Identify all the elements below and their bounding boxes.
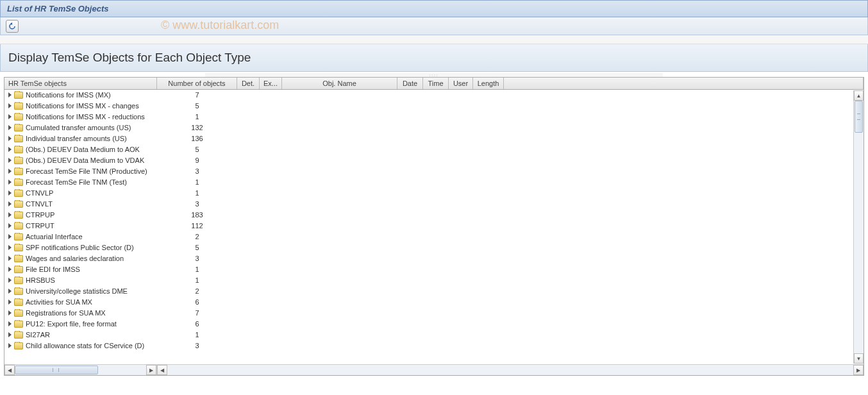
scroll-down-arrow[interactable]: ▼ [854, 353, 864, 364]
col-header-number[interactable]: Number of objects [157, 78, 237, 89]
tree-cell[interactable]: Activities for SUA MX [4, 298, 157, 306]
expand-icon[interactable] [8, 343, 12, 348]
tree-cell[interactable]: PU12: Export file, free format [4, 320, 157, 328]
table-row[interactable]: Individual transfer amounts (US)136 [4, 133, 864, 144]
tree-cell[interactable]: Individual transfer amounts (US) [4, 135, 157, 142]
col-header-name[interactable]: HR TemSe objects [4, 78, 157, 89]
table-row[interactable]: HRSBUS1 [4, 275, 864, 286]
expand-icon[interactable] [8, 136, 12, 141]
col-header-obj[interactable]: Obj. Name [282, 78, 397, 89]
hscroll-left-pane[interactable]: ◀ ▶ [4, 365, 157, 375]
tree-cell[interactable]: SI27AR [4, 331, 157, 339]
expand-icon[interactable] [8, 201, 12, 206]
expand-icon[interactable] [8, 169, 12, 174]
table-row[interactable]: CTRPUT112 [4, 221, 864, 231]
refresh-button[interactable] [6, 20, 19, 33]
tree-cell[interactable]: CTRPUT [4, 222, 157, 230]
tree-cell[interactable]: Notifications for IMSS MX - reductions [4, 113, 157, 121]
table-row[interactable]: Actuarial Interface2 [4, 231, 864, 242]
expand-icon[interactable] [8, 267, 12, 272]
hscroll-right-right-arrow[interactable]: ▶ [853, 365, 864, 375]
table-row[interactable]: Cumulated transfer amounts (US)132 [4, 122, 864, 133]
tree-cell[interactable]: Notifications for IMSS (MX) [4, 91, 157, 99]
expand-icon[interactable] [8, 332, 12, 337]
scroll-track[interactable] [854, 101, 864, 353]
expand-icon[interactable] [8, 321, 12, 326]
tree-cell[interactable]: (Obs.) DEUEV Data Medium to VDAK [4, 156, 157, 164]
scroll-thumb[interactable] [855, 101, 863, 133]
folder-icon [14, 223, 23, 230]
tree-cell[interactable]: HRSBUS [4, 276, 157, 284]
hscroll-right-left-arrow[interactable]: ◀ [157, 365, 167, 375]
tree-cell[interactable]: Actuarial Interface [4, 233, 157, 240]
expand-icon[interactable] [8, 190, 12, 196]
scroll-up-arrow[interactable]: ▲ [854, 90, 864, 101]
table-row[interactable]: (Obs.) DEUEV Data Medium to VDAK9 [4, 155, 864, 166]
expand-icon[interactable] [8, 245, 12, 250]
tree-cell[interactable]: File EDI for IMSS [4, 265, 157, 273]
hscroll-left-track[interactable] [15, 365, 146, 375]
tree-cell[interactable]: Forecast TemSe File TNM (Productive) [4, 167, 157, 175]
tree-cell[interactable]: CTNVLT [4, 200, 157, 208]
expand-icon[interactable] [8, 299, 12, 305]
table-row[interactable]: Registrations for SUA MX7 [4, 308, 864, 319]
expand-icon[interactable] [8, 92, 12, 97]
table-row[interactable]: Wages and salaries declaration3 [4, 253, 864, 264]
tree-cell[interactable]: SPF notifications Public Sector (D) [4, 244, 157, 251]
hscroll-right-pane[interactable]: ◀ ▶ [157, 365, 864, 375]
tree-cell[interactable]: Notifications for IMSS MX - changes [4, 102, 157, 110]
expand-icon[interactable] [8, 278, 12, 283]
tree-cell[interactable]: Wages and salaries declaration [4, 255, 157, 262]
expand-icon[interactable] [8, 256, 12, 261]
table-row[interactable]: CTNVLT3 [4, 199, 864, 210]
table-row[interactable]: Forecast TemSe File TNM (Productive)3 [4, 166, 864, 177]
hscroll-left-right-arrow[interactable]: ▶ [146, 365, 156, 375]
table-row[interactable]: PU12: Export file, free format6 [4, 319, 864, 330]
hscroll-right-track[interactable] [167, 365, 853, 375]
table-row[interactable]: SPF notifications Public Sector (D)5 [4, 242, 864, 253]
col-header-ex[interactable]: Ex... [260, 78, 282, 89]
col-header-date[interactable]: Date [397, 78, 423, 89]
col-header-user[interactable]: User [449, 78, 473, 89]
expand-icon[interactable] [8, 180, 12, 185]
table-row[interactable]: Activities for SUA MX6 [4, 297, 864, 308]
table-row[interactable]: Forecast TemSe File TNM (Test)1 [4, 177, 864, 188]
expand-icon[interactable] [8, 158, 12, 163]
folder-icon [14, 179, 23, 186]
col-header-det[interactable]: Det. [237, 78, 260, 89]
tree-cell[interactable]: Forecast TemSe File TNM (Test) [4, 178, 157, 186]
expand-icon[interactable] [8, 212, 12, 217]
tree-cell[interactable]: CTNVLP [4, 189, 157, 197]
table-row[interactable]: University/college statistics DME2 [4, 286, 864, 297]
col-header-length[interactable]: Length [473, 78, 504, 89]
table-row[interactable]: File EDI for IMSS1 [4, 264, 864, 275]
table-row[interactable]: CTRPUP183 [4, 210, 864, 221]
tree-cell[interactable]: CTRPUP [4, 211, 157, 219]
col-header-time[interactable]: Time [423, 78, 449, 89]
table-row[interactable]: Notifications for IMSS (MX)7 [4, 90, 864, 101]
table-row[interactable]: CTNVLP1 [4, 188, 864, 199]
expand-icon[interactable] [8, 125, 12, 130]
tree-cell[interactable]: Registrations for SUA MX [4, 309, 157, 317]
table-row[interactable]: Notifications for IMSS MX - changes5 [4, 101, 864, 112]
expand-icon[interactable] [8, 234, 12, 239]
page-subtitle: Display TemSe Objects for Each Object Ty… [0, 44, 868, 72]
row-count: 3 [157, 167, 237, 175]
table-row[interactable]: SI27AR1 [4, 330, 864, 340]
expand-icon[interactable] [8, 289, 12, 294]
tree-cell[interactable]: Cumulated transfer amounts (US) [4, 124, 157, 131]
tree-cell[interactable]: (Obs.) DEUEV Data Medium to AOK [4, 146, 157, 153]
table-row[interactable]: Notifications for IMSS MX - reductions1 [4, 112, 864, 122]
expand-icon[interactable] [8, 103, 12, 108]
table-row[interactable]: Child allowance stats for CService (D)3 [4, 340, 864, 351]
tree-cell[interactable]: University/college statistics DME [4, 287, 157, 295]
expand-icon[interactable] [8, 310, 12, 315]
hscroll-left-thumb[interactable] [15, 366, 98, 374]
expand-icon[interactable] [8, 147, 12, 152]
tree-cell[interactable]: Child allowance stats for CService (D) [4, 342, 157, 349]
expand-icon[interactable] [8, 114, 12, 119]
expand-icon[interactable] [8, 223, 12, 228]
table-row[interactable]: (Obs.) DEUEV Data Medium to AOK5 [4, 144, 864, 155]
vertical-scrollbar[interactable]: ▲ ▼ [853, 90, 864, 364]
hscroll-left-arrow[interactable]: ◀ [4, 365, 15, 375]
